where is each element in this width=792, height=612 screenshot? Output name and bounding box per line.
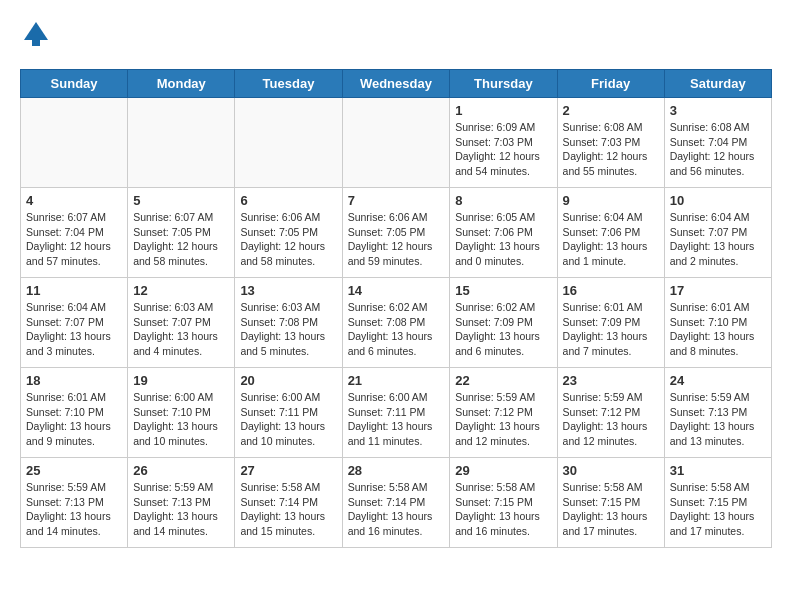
day-number: 28 bbox=[348, 463, 445, 478]
day-number: 1 bbox=[455, 103, 551, 118]
day-number: 18 bbox=[26, 373, 122, 388]
day-info: Sunrise: 6:03 AMSunset: 7:07 PMDaylight:… bbox=[133, 300, 229, 359]
calendar-cell: 6Sunrise: 6:06 AMSunset: 7:05 PMDaylight… bbox=[235, 188, 342, 278]
weekday-header-friday: Friday bbox=[557, 70, 664, 98]
day-number: 20 bbox=[240, 373, 336, 388]
calendar-cell: 7Sunrise: 6:06 AMSunset: 7:05 PMDaylight… bbox=[342, 188, 450, 278]
calendar-cell: 25Sunrise: 5:59 AMSunset: 7:13 PMDayligh… bbox=[21, 458, 128, 548]
day-info: Sunrise: 6:03 AMSunset: 7:08 PMDaylight:… bbox=[240, 300, 336, 359]
day-info: Sunrise: 6:07 AMSunset: 7:05 PMDaylight:… bbox=[133, 210, 229, 269]
day-number: 14 bbox=[348, 283, 445, 298]
calendar-cell: 4Sunrise: 6:07 AMSunset: 7:04 PMDaylight… bbox=[21, 188, 128, 278]
calendar-cell: 8Sunrise: 6:05 AMSunset: 7:06 PMDaylight… bbox=[450, 188, 557, 278]
day-info: Sunrise: 6:06 AMSunset: 7:05 PMDaylight:… bbox=[348, 210, 445, 269]
day-number: 2 bbox=[563, 103, 659, 118]
svg-rect-1 bbox=[32, 38, 40, 46]
weekday-header-monday: Monday bbox=[128, 70, 235, 98]
calendar-cell bbox=[235, 98, 342, 188]
week-row-4: 18Sunrise: 6:01 AMSunset: 7:10 PMDayligh… bbox=[21, 368, 772, 458]
day-info: Sunrise: 6:05 AMSunset: 7:06 PMDaylight:… bbox=[455, 210, 551, 269]
calendar-cell: 12Sunrise: 6:03 AMSunset: 7:07 PMDayligh… bbox=[128, 278, 235, 368]
week-row-2: 4Sunrise: 6:07 AMSunset: 7:04 PMDaylight… bbox=[21, 188, 772, 278]
weekday-header-saturday: Saturday bbox=[664, 70, 771, 98]
calendar-cell: 19Sunrise: 6:00 AMSunset: 7:10 PMDayligh… bbox=[128, 368, 235, 458]
day-number: 15 bbox=[455, 283, 551, 298]
logo-text bbox=[20, 20, 50, 53]
day-info: Sunrise: 5:59 AMSunset: 7:13 PMDaylight:… bbox=[670, 390, 766, 449]
calendar-cell: 14Sunrise: 6:02 AMSunset: 7:08 PMDayligh… bbox=[342, 278, 450, 368]
day-number: 27 bbox=[240, 463, 336, 478]
day-info: Sunrise: 5:58 AMSunset: 7:14 PMDaylight:… bbox=[240, 480, 336, 539]
calendar-cell: 26Sunrise: 5:59 AMSunset: 7:13 PMDayligh… bbox=[128, 458, 235, 548]
calendar-cell: 11Sunrise: 6:04 AMSunset: 7:07 PMDayligh… bbox=[21, 278, 128, 368]
calendar-cell: 15Sunrise: 6:02 AMSunset: 7:09 PMDayligh… bbox=[450, 278, 557, 368]
calendar-cell: 3Sunrise: 6:08 AMSunset: 7:04 PMDaylight… bbox=[664, 98, 771, 188]
day-info: Sunrise: 6:01 AMSunset: 7:10 PMDaylight:… bbox=[26, 390, 122, 449]
day-number: 26 bbox=[133, 463, 229, 478]
calendar-cell: 10Sunrise: 6:04 AMSunset: 7:07 PMDayligh… bbox=[664, 188, 771, 278]
day-number: 17 bbox=[670, 283, 766, 298]
calendar-cell bbox=[342, 98, 450, 188]
calendar-cell bbox=[21, 98, 128, 188]
logo bbox=[20, 20, 50, 53]
day-number: 7 bbox=[348, 193, 445, 208]
calendar-cell: 5Sunrise: 6:07 AMSunset: 7:05 PMDaylight… bbox=[128, 188, 235, 278]
svg-marker-0 bbox=[24, 22, 48, 40]
calendar-cell: 31Sunrise: 5:58 AMSunset: 7:15 PMDayligh… bbox=[664, 458, 771, 548]
day-info: Sunrise: 5:58 AMSunset: 7:14 PMDaylight:… bbox=[348, 480, 445, 539]
day-number: 8 bbox=[455, 193, 551, 208]
day-number: 29 bbox=[455, 463, 551, 478]
day-info: Sunrise: 6:02 AMSunset: 7:09 PMDaylight:… bbox=[455, 300, 551, 359]
day-number: 22 bbox=[455, 373, 551, 388]
day-number: 3 bbox=[670, 103, 766, 118]
calendar-cell: 24Sunrise: 5:59 AMSunset: 7:13 PMDayligh… bbox=[664, 368, 771, 458]
day-info: Sunrise: 6:08 AMSunset: 7:04 PMDaylight:… bbox=[670, 120, 766, 179]
calendar-cell: 17Sunrise: 6:01 AMSunset: 7:10 PMDayligh… bbox=[664, 278, 771, 368]
day-number: 19 bbox=[133, 373, 229, 388]
day-number: 24 bbox=[670, 373, 766, 388]
weekday-header-wednesday: Wednesday bbox=[342, 70, 450, 98]
day-info: Sunrise: 6:00 AMSunset: 7:11 PMDaylight:… bbox=[240, 390, 336, 449]
calendar-cell: 20Sunrise: 6:00 AMSunset: 7:11 PMDayligh… bbox=[235, 368, 342, 458]
day-info: Sunrise: 6:09 AMSunset: 7:03 PMDaylight:… bbox=[455, 120, 551, 179]
calendar-cell: 9Sunrise: 6:04 AMSunset: 7:06 PMDaylight… bbox=[557, 188, 664, 278]
week-row-5: 25Sunrise: 5:59 AMSunset: 7:13 PMDayligh… bbox=[21, 458, 772, 548]
calendar-cell: 1Sunrise: 6:09 AMSunset: 7:03 PMDaylight… bbox=[450, 98, 557, 188]
day-number: 21 bbox=[348, 373, 445, 388]
day-number: 31 bbox=[670, 463, 766, 478]
weekday-header-thursday: Thursday bbox=[450, 70, 557, 98]
day-info: Sunrise: 6:01 AMSunset: 7:09 PMDaylight:… bbox=[563, 300, 659, 359]
calendar-cell: 28Sunrise: 5:58 AMSunset: 7:14 PMDayligh… bbox=[342, 458, 450, 548]
day-info: Sunrise: 6:02 AMSunset: 7:08 PMDaylight:… bbox=[348, 300, 445, 359]
calendar-cell: 30Sunrise: 5:58 AMSunset: 7:15 PMDayligh… bbox=[557, 458, 664, 548]
day-info: Sunrise: 6:08 AMSunset: 7:03 PMDaylight:… bbox=[563, 120, 659, 179]
day-number: 30 bbox=[563, 463, 659, 478]
day-number: 5 bbox=[133, 193, 229, 208]
day-number: 12 bbox=[133, 283, 229, 298]
calendar-cell: 21Sunrise: 6:00 AMSunset: 7:11 PMDayligh… bbox=[342, 368, 450, 458]
calendar-cell: 16Sunrise: 6:01 AMSunset: 7:09 PMDayligh… bbox=[557, 278, 664, 368]
calendar-cell bbox=[128, 98, 235, 188]
calendar-cell: 18Sunrise: 6:01 AMSunset: 7:10 PMDayligh… bbox=[21, 368, 128, 458]
day-number: 13 bbox=[240, 283, 336, 298]
calendar-cell: 23Sunrise: 5:59 AMSunset: 7:12 PMDayligh… bbox=[557, 368, 664, 458]
week-row-3: 11Sunrise: 6:04 AMSunset: 7:07 PMDayligh… bbox=[21, 278, 772, 368]
day-info: Sunrise: 5:58 AMSunset: 7:15 PMDaylight:… bbox=[455, 480, 551, 539]
weekday-header-row: SundayMondayTuesdayWednesdayThursdayFrid… bbox=[21, 70, 772, 98]
day-info: Sunrise: 5:59 AMSunset: 7:12 PMDaylight:… bbox=[455, 390, 551, 449]
day-number: 25 bbox=[26, 463, 122, 478]
day-number: 11 bbox=[26, 283, 122, 298]
week-row-1: 1Sunrise: 6:09 AMSunset: 7:03 PMDaylight… bbox=[21, 98, 772, 188]
calendar-cell: 22Sunrise: 5:59 AMSunset: 7:12 PMDayligh… bbox=[450, 368, 557, 458]
day-number: 10 bbox=[670, 193, 766, 208]
day-info: Sunrise: 6:07 AMSunset: 7:04 PMDaylight:… bbox=[26, 210, 122, 269]
day-number: 6 bbox=[240, 193, 336, 208]
day-number: 23 bbox=[563, 373, 659, 388]
day-number: 9 bbox=[563, 193, 659, 208]
calendar-cell: 2Sunrise: 6:08 AMSunset: 7:03 PMDaylight… bbox=[557, 98, 664, 188]
calendar-cell: 13Sunrise: 6:03 AMSunset: 7:08 PMDayligh… bbox=[235, 278, 342, 368]
day-number: 4 bbox=[26, 193, 122, 208]
day-info: Sunrise: 6:00 AMSunset: 7:11 PMDaylight:… bbox=[348, 390, 445, 449]
calendar: SundayMondayTuesdayWednesdayThursdayFrid… bbox=[20, 69, 772, 548]
logo-icon bbox=[22, 20, 50, 48]
